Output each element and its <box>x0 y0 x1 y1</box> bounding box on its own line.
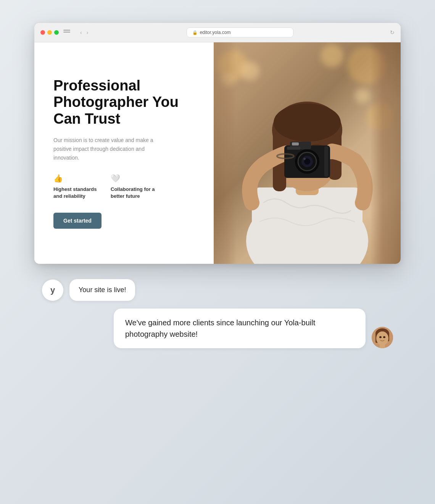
website-right-panel <box>214 42 401 264</box>
address-bar-container: 🔒 editor.yola.com <box>94 27 385 37</box>
website-left-panel: Professional Photographer You Can Trust … <box>34 42 214 264</box>
sidebar-toggle-icon[interactable] <box>63 30 70 35</box>
traffic-lights <box>40 30 59 35</box>
thumbs-up-icon: 👍 <box>53 174 99 183</box>
photographer-image <box>214 42 401 264</box>
reload-button[interactable]: ↻ <box>390 29 395 36</box>
minimize-button[interactable] <box>47 30 52 35</box>
url-text: editor.yola.com <box>200 30 231 35</box>
chat-message-2-text: We've gained more clients since launchin… <box>125 318 315 338</box>
yola-avatar: y <box>42 279 63 301</box>
svg-point-8 <box>274 103 341 142</box>
maximize-button[interactable] <box>54 30 59 35</box>
chat-message-1-text: Your site is live! <box>79 286 126 294</box>
forward-button[interactable]: › <box>85 29 90 36</box>
room-panel-right <box>370 42 401 264</box>
browser-chrome: ‹ › 🔒 editor.yola.com ↻ <box>34 23 401 42</box>
feature-item-1: 👍 Highest standards and reliability <box>53 174 99 200</box>
chat-section: y Your site is live! We've gained more c… <box>34 279 401 348</box>
website-content: Professional Photographer You Can Trust … <box>34 42 401 264</box>
feature-item-2: 🤍 Collaborating for a better future <box>111 174 156 200</box>
room-panel-left <box>214 42 237 264</box>
lock-icon: 🔒 <box>192 30 198 35</box>
hero-subtitle: Our mission is to create value and make … <box>53 136 160 162</box>
svg-rect-22 <box>292 142 299 145</box>
chat-message-right: We've gained more clients since launchin… <box>42 309 393 348</box>
heart-icon: 🤍 <box>111 174 156 183</box>
user-avatar <box>372 327 393 348</box>
browser-nav-controls: ‹ › <box>79 29 90 36</box>
chat-message-left: y Your site is live! <box>42 279 393 301</box>
svg-point-29 <box>379 336 382 338</box>
chat-bubble-1: Your site is live! <box>69 279 135 301</box>
chat-bubble-2: We've gained more clients since launchin… <box>114 309 366 348</box>
close-button[interactable] <box>40 30 45 35</box>
svg-rect-20 <box>287 147 300 150</box>
get-started-button[interactable]: Get started <box>53 213 102 229</box>
user-avatar-svg <box>372 327 393 348</box>
svg-rect-31 <box>380 343 385 348</box>
svg-point-19 <box>303 158 306 160</box>
back-button[interactable]: ‹ <box>79 29 84 36</box>
address-bar[interactable]: 🔒 editor.yola.com <box>187 27 293 37</box>
feature-label-2: Collaborating for a better future <box>111 186 156 200</box>
feature-label-1: Highest standards and reliability <box>53 186 99 200</box>
browser-window: ‹ › 🔒 editor.yola.com ↻ Professional Pho… <box>34 23 401 264</box>
svg-rect-21 <box>324 146 328 177</box>
features-row: 👍 Highest standards and reliability 🤍 Co… <box>53 174 195 200</box>
svg-point-30 <box>383 336 385 338</box>
hero-title: Professional Photographer You Can Trust <box>53 78 195 128</box>
avatar-letter: y <box>50 285 55 295</box>
